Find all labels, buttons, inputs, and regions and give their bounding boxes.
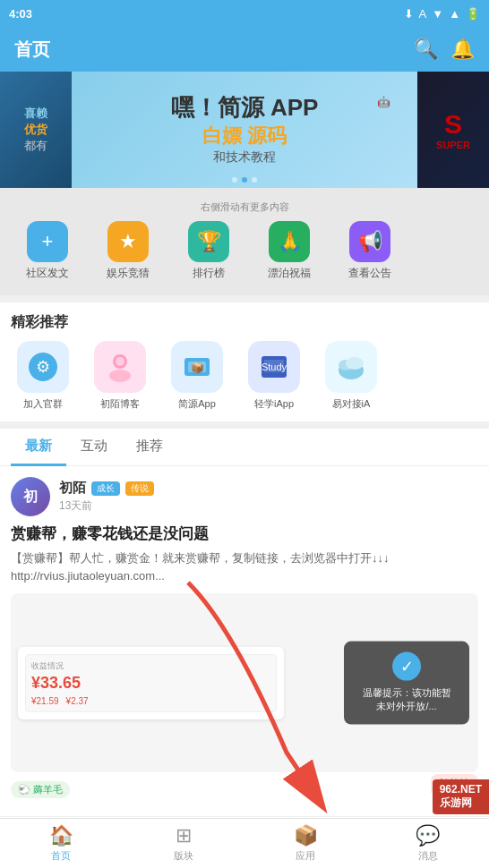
author-avatar[interactable]: 初 bbox=[11, 477, 50, 516]
banner-right: S SUPER bbox=[417, 72, 489, 188]
nav-item-message[interactable]: 💬 消息 bbox=[367, 819, 490, 868]
post-label: 社区发文 bbox=[26, 266, 69, 281]
banner[interactable]: 喜赖 优货 都有 嘿！简源 APP 白嫖 源码 🤖 和技术教程 S SUPER bbox=[0, 72, 489, 188]
tab-recommend[interactable]: 推荐 bbox=[122, 429, 177, 466]
app-icon: A bbox=[419, 7, 427, 21]
quick-item-rank[interactable]: 🏆 排行榜 bbox=[168, 216, 249, 286]
featured-title: 精彩推荐 bbox=[11, 313, 478, 332]
svg-point-4 bbox=[116, 357, 124, 366]
nav-item-home[interactable]: 🏠 首页 bbox=[0, 819, 123, 868]
nav-item-board[interactable]: ⊞ 版块 bbox=[123, 819, 245, 868]
status-time: 4:03 bbox=[9, 7, 32, 21]
banner-left: 喜赖 优货 都有 bbox=[0, 72, 72, 188]
banner-dots bbox=[232, 177, 257, 183]
battery-icon: 🔋 bbox=[466, 7, 480, 21]
card-amount-1: ¥33.65 bbox=[31, 674, 270, 693]
featured-item-2[interactable]: 📦 简源App bbox=[165, 341, 229, 411]
board-icon: ⊞ bbox=[176, 824, 192, 847]
post-header: 初 初陌 成长 传说 13天前 bbox=[11, 477, 478, 516]
featured-icon-2: 📦 bbox=[171, 341, 223, 393]
post-title[interactable]: 赏赚帮，赚零花钱还是没问题 bbox=[11, 523, 478, 544]
quick-item-game[interactable]: ★ 娱乐竞猜 bbox=[88, 216, 168, 286]
wifi-icon: ▼ bbox=[432, 7, 443, 21]
quick-item-notice[interactable]: 📢 查看公告 bbox=[330, 216, 410, 286]
svg-text:📦: 📦 bbox=[191, 361, 204, 374]
featured-item-4[interactable]: 易对接iA bbox=[319, 341, 383, 411]
page-title: 首页 bbox=[14, 38, 50, 62]
search-icon[interactable]: 🔍 bbox=[414, 38, 438, 61]
featured-label-4: 易对接iA bbox=[332, 397, 371, 411]
post-image-area: 收益情况 ¥33.65 ¥21.59 ¥2.37 ✓ 温馨提示：该功能暂未对外开… bbox=[11, 593, 478, 772]
post-excerpt: 【赏赚帮】帮人忙，赚赏金！就来赏赚帮，复制链接，去浏览器中打开↓↓↓ http:… bbox=[11, 549, 478, 584]
message-icon: 💬 bbox=[416, 824, 440, 847]
app-icon: 📦 bbox=[294, 824, 318, 847]
download-icon: ⬇ bbox=[404, 7, 414, 21]
game-icon: ★ bbox=[107, 221, 149, 262]
post-time: 13天前 bbox=[59, 498, 478, 514]
banner-main: 嘿！简源 APP 白嫖 源码 🤖 和技术教程 bbox=[72, 72, 417, 188]
tab-interact[interactable]: 互动 bbox=[66, 429, 122, 466]
featured-label-0: 加入官群 bbox=[23, 397, 63, 411]
overlay-check-icon: ✓ bbox=[392, 652, 421, 681]
featured-label-1: 初陌博客 bbox=[100, 397, 140, 411]
dot-2 bbox=[252, 177, 257, 183]
app-label: 应用 bbox=[296, 849, 315, 863]
badge-growth: 成长 bbox=[91, 481, 120, 496]
quick-item-bless[interactable]: 🙏 漂泊祝福 bbox=[249, 216, 330, 286]
quick-menu: 右侧滑动有更多内容 + 社区发文 ★ 娱乐竞猜 🏆 排行榜 🙏 漂泊祝福 📢 查… bbox=[0, 188, 489, 295]
banner-desc: 和技术教程 bbox=[72, 149, 417, 166]
image-card-1: 收益情况 ¥33.65 ¥21.59 ¥2.37 bbox=[18, 647, 284, 719]
signal-icon: ▲ bbox=[449, 7, 460, 21]
nav-item-app[interactable]: 📦 应用 bbox=[244, 819, 367, 868]
featured-item-1[interactable]: 初陌博客 bbox=[88, 341, 152, 411]
overlay-popup: ✓ 温馨提示：该功能暂未对外开放/... bbox=[344, 642, 469, 725]
notice-label: 查看公告 bbox=[348, 266, 391, 281]
svg-point-3 bbox=[109, 370, 131, 382]
author-name: 初陌 bbox=[59, 480, 86, 497]
status-bar: 4:03 ⬇ A ▼ ▲ 🔋 bbox=[0, 0, 489, 27]
post-card: 初 初陌 成长 传说 13天前 赏赚帮，赚零花钱还是没问题 【赏赚帮】帮人忙，赚… bbox=[0, 466, 489, 816]
featured-icon-1 bbox=[94, 341, 146, 393]
bless-label: 漂泊祝福 bbox=[268, 266, 311, 281]
quick-item-post[interactable]: + 社区发文 bbox=[7, 216, 88, 286]
featured-row: ⚙ 加入官群 初陌博客 📦 简源App Study 轻学iAp bbox=[11, 341, 478, 421]
quick-menu-row: + 社区发文 ★ 娱乐竞猜 🏆 排行榜 🙏 漂泊祝福 📢 查看公告 bbox=[0, 216, 489, 286]
bless-icon: 🙏 bbox=[269, 221, 310, 262]
watermark: 962.NET 乐游网 bbox=[433, 779, 489, 814]
svg-text:⚙: ⚙ bbox=[36, 358, 50, 376]
header: 首页 🔍 🔔 bbox=[0, 27, 489, 72]
svg-text:Study: Study bbox=[262, 362, 287, 372]
featured-label-2: 简源App bbox=[178, 397, 216, 411]
featured-icon-3: Study bbox=[248, 341, 300, 393]
featured-label-3: 轻学iApp bbox=[254, 397, 294, 411]
badge-legend: 传说 bbox=[125, 481, 154, 496]
featured-item-0[interactable]: ⚙ 加入官群 bbox=[11, 341, 75, 411]
tabs-row: 最新 互动 推荐 bbox=[0, 429, 489, 466]
featured-icon-4 bbox=[325, 341, 377, 393]
tab-latest[interactable]: 最新 bbox=[11, 429, 66, 466]
home-icon: 🏠 bbox=[49, 824, 73, 847]
dot-0 bbox=[232, 177, 237, 183]
rank-icon: 🏆 bbox=[188, 221, 229, 262]
overlay-text: 温馨提示：该功能暂未对外开放/... bbox=[358, 686, 455, 714]
bell-icon[interactable]: 🔔 bbox=[450, 38, 475, 61]
post-tag: 🐑 薅羊毛 bbox=[11, 781, 70, 798]
post-meta: 初陌 成长 传说 13天前 bbox=[59, 480, 478, 514]
rank-label: 排行榜 bbox=[193, 266, 225, 281]
featured-icon-0: ⚙ bbox=[17, 341, 69, 393]
banner-title: 嘿！简源 APP bbox=[72, 94, 417, 122]
post-icon: + bbox=[27, 221, 68, 262]
featured-section: 精彩推荐 ⚙ 加入官群 初陌博客 📦 简源App bbox=[0, 302, 489, 421]
featured-item-3[interactable]: Study 轻学iApp bbox=[242, 341, 306, 411]
status-icons: ⬇ A ▼ ▲ 🔋 bbox=[404, 7, 480, 21]
slide-hint: 右侧滑动有更多内容 bbox=[0, 197, 489, 216]
notice-icon: 📢 bbox=[349, 221, 390, 262]
post-author-row: 初陌 成长 传说 bbox=[59, 480, 478, 497]
header-actions: 🔍 🔔 bbox=[414, 38, 475, 61]
game-label: 娱乐竞猜 bbox=[107, 266, 150, 281]
post-footer: 🐑 薅羊毛 随机帖 bbox=[11, 781, 478, 798]
bottom-nav: 🏠 首页 ⊞ 版块 📦 应用 💬 消息 bbox=[0, 818, 489, 868]
message-label: 消息 bbox=[418, 849, 438, 863]
home-label: 首页 bbox=[51, 849, 71, 863]
dot-1 bbox=[242, 177, 247, 183]
